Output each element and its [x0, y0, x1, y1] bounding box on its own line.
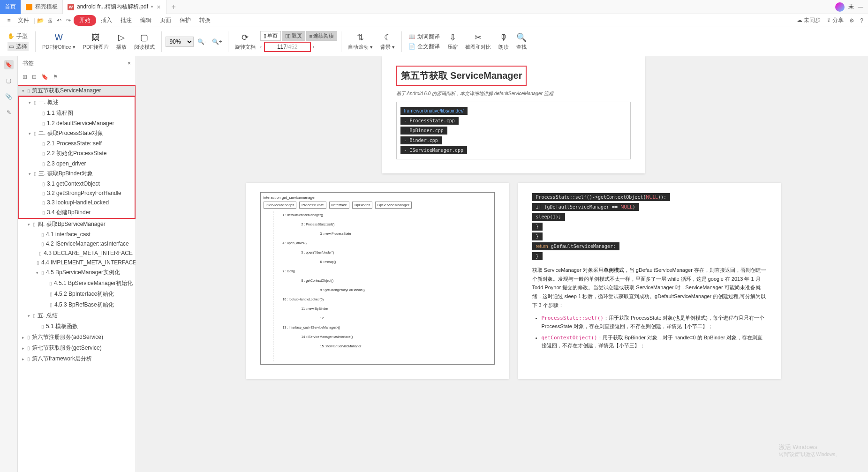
- avatar[interactable]: [835, 2, 845, 12]
- bookmark-item[interactable]: ▯1.1 流程图: [19, 108, 135, 119]
- menu-icon[interactable]: ≡: [5, 16, 13, 25]
- auto-scroll[interactable]: ⇅自动滚动 ▾: [345, 32, 376, 51]
- image-icon: 🖼: [91, 32, 101, 43]
- tab-home[interactable]: 首页: [0, 0, 21, 14]
- section-title: 第五节获取 ServiceManager: [396, 66, 527, 86]
- menu-file[interactable]: 文件: [14, 15, 33, 26]
- bookmark-tree[interactable]: ▾▯第五节获取ServiceManager▾▯一. 概述▯1.1 流程图▯1.2…: [18, 83, 136, 472]
- redo-icon[interactable]: ↷: [64, 16, 73, 25]
- menu-annotate[interactable]: 批注: [117, 15, 136, 26]
- bookmark-item[interactable]: ▯3.2 getStrongProxyForHandle: [19, 188, 135, 198]
- close-panel-icon[interactable]: ×: [128, 60, 131, 67]
- bookmark-item[interactable]: ▯4.1 interface_cast: [18, 230, 136, 239]
- pdf-to-image[interactable]: 🖼PDF转图片: [80, 32, 112, 51]
- bookmark-item[interactable]: ▯4.4 IMPLEMENT_META_INTERFACE: [18, 258, 136, 267]
- bookmark-item[interactable]: ▸▯第七节获取服务(getService): [18, 343, 136, 353]
- menu-edit[interactable]: 编辑: [136, 15, 155, 26]
- bookmark-item[interactable]: ▾▯第五节获取ServiceManager: [18, 85, 136, 96]
- bookmark-item[interactable]: ▯4.5.3 BpRefBase初始化: [18, 300, 136, 310]
- note-rail-icon[interactable]: ✎: [4, 108, 14, 117]
- prev-page-icon[interactable]: ‹: [260, 44, 262, 50]
- next-page-icon[interactable]: ›: [313, 44, 315, 50]
- bookmark-item[interactable]: ▾▯二. 获取ProcessState对象: [19, 128, 135, 139]
- bookmark-item[interactable]: ▯3.4 创建BpBinder: [19, 207, 135, 218]
- body-paragraph: 获取 ServiceManager 对象采用单例模式，获取 ServiceMan…: [532, 266, 767, 309]
- document-viewport[interactable]: 第五节获取 ServiceManager 基于 Android 6.0 的源码剖…: [136, 56, 868, 472]
- left-rail: 🔖 ▢ 📎 ✎: [0, 56, 18, 472]
- tab-modified-icon: •: [151, 4, 153, 10]
- bookmark-item[interactable]: ▯4.3 DECLARE_META_INTERFACE: [18, 248, 136, 258]
- sequence-participant: IInterface: [329, 202, 349, 209]
- bookmark-rail-icon[interactable]: 🔖: [4, 60, 14, 69]
- page-input[interactable]: 117/452: [264, 42, 311, 52]
- bookmark-item[interactable]: ▯2.2 初始化ProcessState: [19, 148, 135, 159]
- bookmark-item[interactable]: ▯3.3 lookupHandleLocked: [19, 198, 135, 207]
- screenshot-compare[interactable]: ✂截图和对比: [462, 32, 494, 51]
- sync-status[interactable]: ☁ 未同步: [797, 16, 821, 24]
- read-aloud[interactable]: 🎙朗读: [496, 32, 512, 51]
- bookmark-item[interactable]: ▸▯第八节framework层分析: [18, 353, 136, 364]
- zoom-in-icon[interactable]: 🔍+: [210, 38, 224, 45]
- help-icon[interactable]: ?: [860, 17, 863, 24]
- rotate-icon: ⟳: [240, 32, 250, 43]
- tab-document[interactable]: W android fr...精编内核解析.pdf • ×: [63, 0, 166, 14]
- full-translate[interactable]: 📄 全文翻译: [408, 43, 440, 51]
- bookmark-add-icon[interactable]: 🔖: [41, 74, 48, 80]
- select-tool[interactable]: ▭ 选择: [8, 42, 29, 51]
- bookmark-item[interactable]: ▯4.5.1 BpServiceManager初始化: [18, 278, 136, 289]
- bookmark-item[interactable]: ▾▯三. 获取BpBinder对象: [19, 168, 135, 179]
- bookmark-item[interactable]: ▸▯第六节注册服务(addService): [18, 332, 136, 343]
- search-icon: 🔍: [516, 32, 527, 43]
- read-mode[interactable]: ▢阅读模式: [131, 32, 158, 51]
- continuous-read[interactable]: ≡ 连续阅读: [306, 31, 337, 41]
- pdf-to-office[interactable]: WPDF转Office ▾: [39, 32, 78, 51]
- open-icon[interactable]: 📂: [36, 16, 45, 25]
- bookmark-item[interactable]: ▾▯4.5 BpServiceManager实例化: [18, 267, 136, 278]
- menu-protect[interactable]: 保护: [176, 15, 195, 26]
- compress[interactable]: ⇩压缩: [445, 32, 460, 51]
- sequence-message: 9 : getStrongProxyForHandle(): [320, 288, 365, 292]
- play-button[interactable]: ▷播放: [113, 32, 129, 51]
- close-icon[interactable]: ×: [156, 3, 161, 11]
- menu-convert[interactable]: 转换: [196, 15, 214, 26]
- hand-tool[interactable]: ✋ 手型: [8, 32, 29, 40]
- bookmark-item[interactable]: ▯2.1 ProcessState::self: [19, 139, 135, 148]
- bookmark-item[interactable]: ▯3.1 getContextObject: [19, 179, 135, 188]
- zoom-select[interactable]: 90%: [166, 37, 194, 47]
- window-min-icon[interactable]: —: [858, 4, 863, 10]
- word-translate[interactable]: 📖 划词翻译: [408, 33, 440, 41]
- code-line: ProcessState::self()->getContextObject(N…: [532, 193, 670, 201]
- menu-start[interactable]: 开始: [74, 15, 96, 26]
- thumbnail-rail-icon[interactable]: ▢: [4, 76, 14, 85]
- share-button[interactable]: ⇪ 分享: [826, 16, 844, 24]
- find[interactable]: 🔍查找: [513, 32, 529, 51]
- bookmark-item[interactable]: ▯5.1 模板函数: [18, 321, 136, 332]
- expand-icon[interactable]: ⊞: [23, 74, 27, 80]
- sequence-message: 7 : ioctl(): [283, 270, 295, 273]
- bookmark-item[interactable]: ▾▯一. 概述: [19, 97, 135, 108]
- bookmark-item[interactable]: ▯4.5.2 BpInterface初始化: [18, 289, 136, 300]
- rotate-doc[interactable]: ⟳旋转文档: [232, 32, 258, 51]
- undo-icon[interactable]: ↶: [55, 16, 63, 25]
- bookmark-item[interactable]: ▯2.3 open_driver: [19, 159, 135, 168]
- attachment-rail-icon[interactable]: 📎: [4, 92, 14, 101]
- background[interactable]: ☾背景 ▾: [377, 32, 398, 51]
- sequence-message: 15 : new BpServiceManager: [320, 345, 362, 348]
- bookmark-item[interactable]: ▯4.2 IServiceManager::asInterface: [18, 239, 136, 248]
- double-page[interactable]: ▯▯ 双页: [282, 31, 305, 41]
- code-line: if (gDefaultServiceManager == NULL): [532, 203, 639, 211]
- menu-insert[interactable]: 插入: [97, 15, 116, 26]
- settings-icon[interactable]: ⚙: [849, 17, 854, 24]
- bookmark-item[interactable]: ▾▯四. 获取BpServiceManager: [18, 219, 136, 230]
- zoom-out-icon[interactable]: 🔍-: [196, 38, 208, 45]
- new-tab-button[interactable]: +: [166, 0, 180, 14]
- bookmark-item[interactable]: ▯1.2 defaultServiceManager: [19, 119, 135, 128]
- print-icon[interactable]: 🖨: [45, 16, 54, 25]
- bookmark-item[interactable]: ▾▯五. 总结: [18, 310, 136, 321]
- sequence-participant: BpServiceManager: [375, 202, 412, 209]
- collapse-icon[interactable]: ⊟: [32, 74, 37, 80]
- single-page[interactable]: ▯ 单页: [260, 31, 281, 41]
- menu-page[interactable]: 页面: [156, 15, 175, 26]
- bookmark-flag-icon[interactable]: ⚑: [53, 74, 58, 80]
- tab-template[interactable]: 稻壳模板: [21, 0, 63, 14]
